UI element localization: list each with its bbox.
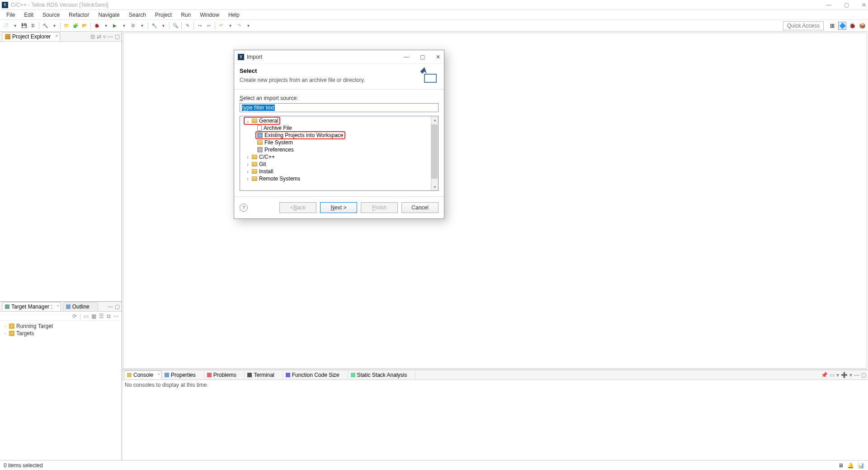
tree-node-remote[interactable]: › Remote Systems bbox=[242, 175, 436, 182]
debug-icon[interactable]: 🐞 bbox=[93, 22, 101, 30]
target-manager-tab[interactable]: Target Manager : × bbox=[2, 302, 61, 311]
minimize-view-icon[interactable]: — bbox=[108, 33, 113, 40]
dialog-minimize-button[interactable]: — bbox=[404, 54, 409, 60]
collapse-all-icon[interactable]: ⊟ bbox=[90, 33, 95, 40]
new-class-icon[interactable]: 🧩 bbox=[71, 22, 80, 30]
dropdown-icon[interactable]: ▾ bbox=[120, 22, 128, 30]
refresh-icon[interactable]: ⟳ bbox=[72, 313, 77, 319]
close-icon[interactable]: × bbox=[56, 33, 58, 38]
outline-tab[interactable]: Outline bbox=[63, 302, 98, 311]
function-code-size-tab[interactable]: Function Code Size bbox=[283, 371, 348, 379]
status-icon[interactable]: 🔔 bbox=[847, 462, 854, 469]
minimize-button[interactable]: — bbox=[826, 2, 831, 8]
dialog-titlebar[interactable]: T Import — ▢ ✕ bbox=[234, 50, 444, 64]
scroll-up-icon[interactable]: ▴ bbox=[431, 116, 439, 123]
import-source-tree[interactable]: ▴ ▾ ⌄ General Archive File bbox=[240, 116, 439, 191]
prev-annotation-icon[interactable]: ↩ bbox=[205, 22, 213, 30]
close-icon[interactable]: × bbox=[158, 372, 160, 376]
tree-node-existing-projects[interactable]: Existing Projects into Workspace bbox=[242, 132, 436, 139]
next-annotation-icon[interactable]: ↪ bbox=[196, 22, 204, 30]
debug-perspective-icon[interactable]: 🐞 bbox=[848, 22, 856, 30]
tree-node-git[interactable]: › Git bbox=[242, 161, 436, 168]
finish-button[interactable]: Finish bbox=[361, 202, 398, 213]
menu-refactor[interactable]: Refactor bbox=[64, 11, 94, 19]
cancel-button[interactable]: Cancel bbox=[401, 202, 439, 213]
close-icon[interactable]: × bbox=[57, 304, 59, 308]
copy-icon[interactable]: ⧉ bbox=[107, 313, 111, 319]
resource-perspective-icon[interactable]: 📦 bbox=[858, 22, 866, 30]
menu-navigate[interactable]: Navigate bbox=[94, 11, 124, 19]
build-icon[interactable]: 🔨 bbox=[41, 22, 49, 30]
back-icon[interactable]: ↶ bbox=[217, 22, 225, 30]
minimize-view-icon[interactable]: — bbox=[854, 372, 859, 378]
tree-node-general[interactable]: ⌄ General bbox=[242, 117, 436, 124]
new-button-icon[interactable]: 📄 bbox=[2, 22, 10, 30]
maximize-button[interactable]: ▢ bbox=[844, 2, 849, 8]
menu-run[interactable]: Run bbox=[176, 11, 195, 19]
dialog-close-button[interactable]: ✕ bbox=[436, 54, 440, 60]
dropdown-icon[interactable]: ▾ bbox=[50, 22, 58, 30]
view-menu-icon[interactable]: ▿ bbox=[103, 33, 106, 40]
scroll-thumb[interactable] bbox=[431, 124, 438, 179]
terminal-tab[interactable]: Terminal bbox=[245, 371, 283, 379]
new-console-icon[interactable]: ➕ bbox=[841, 372, 848, 378]
open-type-icon[interactable]: 🔍 bbox=[171, 22, 179, 30]
tree-node-preferences[interactable]: Preferences bbox=[242, 146, 436, 153]
c-cpp-perspective-icon[interactable]: 🔷 bbox=[838, 22, 846, 30]
save-icon[interactable]: 💾 bbox=[20, 22, 28, 30]
project-explorer-body[interactable] bbox=[0, 42, 122, 301]
properties-tab[interactable]: Properties bbox=[162, 371, 204, 379]
grid-icon[interactable]: ▦ bbox=[91, 313, 96, 319]
help-icon[interactable]: ? bbox=[240, 204, 248, 212]
open-perspective-icon[interactable]: ⊞ bbox=[828, 22, 836, 30]
forward-icon[interactable]: ↷ bbox=[235, 22, 243, 30]
dropdown-icon[interactable]: ▾ bbox=[226, 22, 234, 30]
scrollbar[interactable]: ▴ ▾ bbox=[431, 116, 438, 190]
new-project-icon[interactable]: 📁 bbox=[62, 22, 71, 30]
tree-node-archive-file[interactable]: Archive File bbox=[242, 124, 436, 132]
target-manager-tree[interactable]: › Running Target › Targets bbox=[0, 321, 122, 339]
chevron-right-icon[interactable]: › bbox=[245, 162, 250, 167]
tree-node-targets[interactable]: › Targets bbox=[3, 330, 119, 337]
next-button[interactable]: Next > bbox=[320, 202, 357, 213]
tree-node-cpp[interactable]: › C/C++ bbox=[242, 153, 436, 161]
tree-node-running-target[interactable]: › Running Target bbox=[3, 323, 119, 330]
toggle-mark-icon[interactable]: ✎ bbox=[184, 22, 192, 30]
pin-console-icon[interactable]: 📌 bbox=[821, 372, 828, 378]
list-icon[interactable]: ☰ bbox=[99, 313, 104, 319]
dropdown-icon[interactable]: ▾ bbox=[11, 22, 19, 30]
tree-node-install[interactable]: › Install bbox=[242, 168, 436, 175]
external-tools-icon[interactable]: 🔧 bbox=[150, 22, 158, 30]
status-icon[interactable]: 🖥 bbox=[838, 462, 844, 469]
dropdown-icon[interactable]: ▾ bbox=[138, 22, 146, 30]
display-console-icon[interactable]: ▭ bbox=[830, 372, 835, 378]
dropdown-icon[interactable]: ▾ bbox=[849, 372, 852, 378]
chevron-right-icon[interactable]: › bbox=[245, 176, 250, 181]
console-tab[interactable]: Console × bbox=[124, 370, 162, 379]
dialog-maximize-button[interactable]: ▢ bbox=[420, 54, 425, 60]
chevron-right-icon[interactable]: › bbox=[3, 331, 7, 336]
scroll-down-icon[interactable]: ▾ bbox=[431, 183, 439, 190]
more-icon[interactable]: ⋯ bbox=[113, 313, 119, 319]
close-button[interactable]: ✕ bbox=[862, 2, 866, 8]
link-editor-icon[interactable]: ⇄ bbox=[97, 33, 101, 40]
chevron-right-icon[interactable]: › bbox=[245, 169, 250, 174]
chevron-right-icon[interactable]: › bbox=[3, 324, 7, 328]
menu-help[interactable]: Help bbox=[224, 11, 244, 19]
static-stack-tab[interactable]: Static Stack Analysis bbox=[348, 371, 416, 379]
new-folder-icon[interactable]: 📂 bbox=[80, 22, 89, 30]
problems-tab[interactable]: Problems bbox=[204, 371, 245, 379]
maximize-view-icon[interactable]: ▢ bbox=[115, 304, 120, 310]
menu-source[interactable]: Source bbox=[38, 11, 64, 19]
tree-node-file-system[interactable]: File System bbox=[242, 139, 436, 146]
back-button[interactable]: < Back bbox=[279, 202, 316, 213]
project-explorer-tab[interactable]: Project Explorer × bbox=[2, 32, 60, 41]
dropdown-icon[interactable]: ▾ bbox=[102, 22, 110, 30]
minimize-view-icon[interactable]: — bbox=[108, 304, 113, 310]
chevron-down-icon[interactable]: ⌄ bbox=[245, 119, 250, 123]
menu-project[interactable]: Project bbox=[151, 11, 176, 19]
maximize-view-icon[interactable]: ▢ bbox=[115, 33, 120, 40]
menu-edit[interactable]: Edit bbox=[19, 11, 38, 19]
menu-window[interactable]: Window bbox=[195, 11, 224, 19]
maximize-view-icon[interactable]: ▢ bbox=[861, 372, 866, 378]
